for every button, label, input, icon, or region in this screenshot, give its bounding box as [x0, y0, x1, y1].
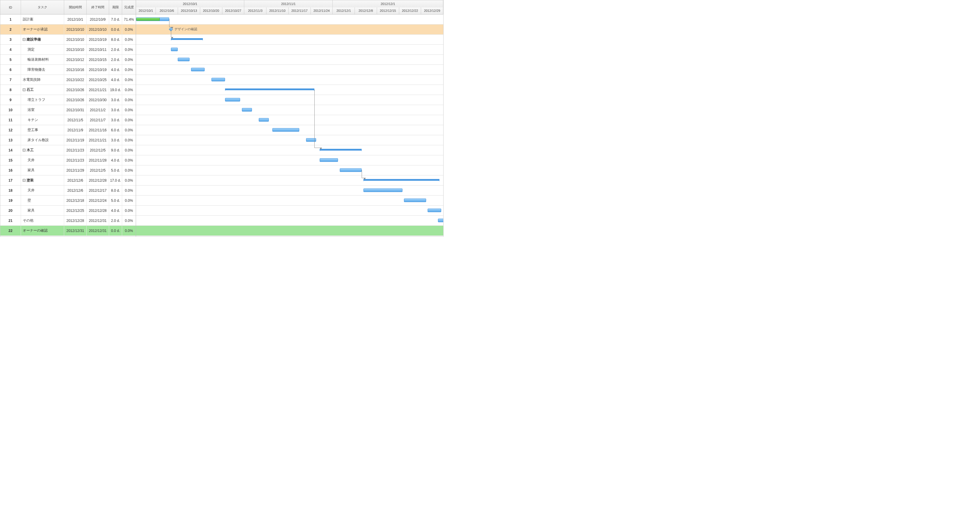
cell-progress: 0.0%	[122, 135, 136, 145]
task-bar[interactable]	[320, 158, 338, 162]
cell-task: 壁工事	[21, 125, 64, 135]
task-bar[interactable]	[171, 48, 178, 51]
col-duration-header[interactable]: 期限	[109, 0, 122, 14]
task-name: 壁	[27, 198, 31, 203]
task-bar[interactable]	[212, 78, 225, 81]
table-row[interactable]: 17−塗装2012/12/62012/12/2817.0 d.0.0%	[0, 175, 136, 186]
task-bar[interactable]	[178, 58, 189, 61]
cell-progress: 0.0%	[122, 125, 136, 135]
summary-bar[interactable]	[225, 88, 315, 90]
cell-task: 天井	[21, 186, 64, 195]
cell-end: 2012/10/11	[87, 45, 109, 54]
table-row[interactable]: 20家具2012/12/252012/12/284.0 d.0.0%	[0, 205, 136, 216]
table-row[interactable]: 9埋立トラフ2012/10/262012/10/303.0 d.0.0%	[0, 95, 136, 105]
summary-bar[interactable]	[171, 38, 203, 40]
table-row[interactable]: 16家具2012/11/292012/12/55.0 d.0.0%	[0, 166, 136, 175]
table-row[interactable]: 18天井2012/12/62012/12/178.0 d.0.0%	[0, 186, 136, 196]
week-header: 2012/11/24	[311, 7, 333, 14]
task-name: オーナーが承認	[23, 27, 48, 32]
timeline-row	[136, 145, 443, 155]
table-row[interactable]: 3−建設準備2012/10/102012/10/198.0 d.0.0%	[0, 35, 136, 45]
cell-end: 2012/12/5	[87, 166, 109, 175]
cell-task: 測定	[21, 45, 64, 54]
task-name: 壁工事	[27, 127, 38, 132]
task-name: オーナーの確認	[23, 228, 48, 233]
cell-progress: 0.0%	[122, 216, 136, 225]
task-bar[interactable]	[404, 199, 426, 202]
cell-id: 13	[0, 135, 21, 145]
cell-id: 14	[0, 145, 21, 155]
cell-end: 2012/10/9	[87, 14, 109, 24]
cell-end: 2012/12/31	[87, 216, 109, 225]
task-bar[interactable]	[428, 209, 441, 212]
week-header: 2012/12/8	[355, 7, 377, 14]
collapse-icon[interactable]: −	[23, 38, 25, 41]
col-start-header[interactable]: 開始時間	[64, 0, 87, 14]
cell-progress: 0.0%	[122, 145, 136, 155]
col-id-header[interactable]: ID	[0, 0, 21, 14]
task-bar[interactable]	[340, 168, 362, 172]
table-row[interactable]: 1設計案2012/10/12012/10/97.0 d.71.4%	[0, 14, 136, 25]
week-header: 2012/12/29	[421, 7, 443, 14]
collapse-icon[interactable]: −	[23, 88, 25, 91]
cell-start: 2012/10/26	[64, 95, 87, 105]
cell-end: 2012/12/5	[87, 145, 109, 155]
collapse-icon[interactable]: −	[23, 149, 25, 151]
task-bar[interactable]	[306, 138, 316, 142]
cell-end: 2012/12/28	[87, 175, 109, 185]
col-progress-header[interactable]: 完成度	[122, 0, 136, 14]
col-task-header[interactable]: タスク	[21, 0, 64, 14]
table-row[interactable]: 2オーナーが承認2012/10/102012/10/100.0 d.0.0%	[0, 25, 136, 35]
month-header: 2012/10/1	[136, 0, 244, 7]
cell-start: 2012/11/5	[64, 115, 87, 125]
task-bar[interactable]	[191, 68, 205, 71]
task-bar[interactable]	[363, 188, 402, 192]
cell-end: 2012/11/16	[87, 125, 109, 135]
timeline-row	[136, 105, 443, 115]
table-row[interactable]: 22オーナーの確認2012/12/312012/12/310.0 d.0.0%	[0, 226, 136, 236]
table-row[interactable]: 12壁工事2012/11/92012/11/166.0 d.0.0%	[0, 125, 136, 135]
col-end-header[interactable]: 終了時間	[87, 0, 109, 14]
task-bar[interactable]	[136, 18, 169, 21]
timeline-body[interactable]: デザインの確認	[136, 14, 443, 236]
task-name: 家具	[27, 168, 35, 173]
table-row[interactable]: 4測定2012/10/102012/10/112.0 d.0.0%	[0, 45, 136, 55]
cell-task: 埋立トラフ	[21, 95, 64, 105]
cell-start: 2012/10/26	[64, 85, 87, 95]
collapse-icon[interactable]: −	[23, 179, 25, 182]
task-bar[interactable]	[225, 98, 240, 102]
timeline-row	[136, 166, 443, 175]
task-bar[interactable]	[272, 128, 299, 132]
cell-duration: 5.0 d.	[109, 166, 122, 175]
week-header: 2012/11/17	[289, 7, 311, 14]
timeline-header: 2012/10/12012/11/12012/12/1 2012/10/1201…	[136, 0, 443, 14]
summary-bar[interactable]	[363, 179, 439, 181]
summary-bar[interactable]	[320, 149, 362, 151]
table-row[interactable]: 15天井2012/11/232012/11/284.0 d.0.0%	[0, 155, 136, 166]
task-grid: ID タスク 開始時間 終了時間 期限 完成度 1設計案2012/10/1201…	[0, 0, 136, 236]
task-bar[interactable]	[242, 108, 252, 111]
task-name: 床タイル敷設	[27, 138, 49, 143]
task-bar[interactable]	[438, 219, 443, 222]
cell-start: 2012/10/16	[64, 65, 87, 75]
table-row[interactable]: 6障害物撤去2012/10/162012/10/194.0 d.0.0%	[0, 65, 136, 75]
table-row[interactable]: 19壁2012/12/182012/12/245.0 d.0.0%	[0, 196, 136, 205]
cell-task: 水電気技師	[21, 75, 64, 84]
cell-end: 2012/12/24	[87, 196, 109, 205]
cell-task: 設計案	[21, 14, 64, 24]
table-row[interactable]: 5輸送装飾材料2012/10/122012/10/152.0 d.0.0%	[0, 55, 136, 65]
table-row[interactable]: 11キチン2012/11/52012/11/73.0 d.0.0%	[0, 115, 136, 125]
table-row[interactable]: 13床タイル敷設2012/11/192012/11/213.0 d.0.0%	[0, 135, 136, 145]
cell-id: 12	[0, 125, 21, 135]
table-row[interactable]: 14−木工2012/11/232012/12/59.0 d.0.0%	[0, 145, 136, 155]
task-bar[interactable]	[259, 118, 269, 122]
table-row[interactable]: 21その他2012/12/282012/12/312.0 d.0.0%	[0, 216, 136, 226]
table-row[interactable]: 7水電気技師2012/10/222012/10/254.0 d.0.0%	[0, 75, 136, 85]
table-row[interactable]: 10浴室2012/10/312012/11/23.0 d.0.0%	[0, 105, 136, 115]
table-row[interactable]: 8−石工2012/10/262012/11/2119.0 d.0.0%	[0, 85, 136, 95]
cell-task: 輸送装飾材料	[21, 55, 64, 65]
cell-id: 6	[0, 65, 21, 75]
timeline-row	[136, 115, 443, 125]
task-name: その他	[23, 218, 33, 223]
cell-task: −建設準備	[21, 35, 64, 45]
